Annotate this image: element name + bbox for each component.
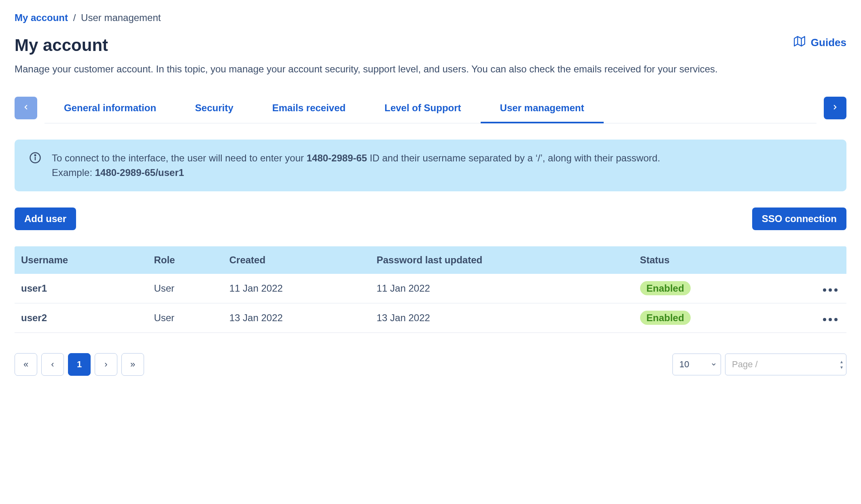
column-header: Password last updated [370,246,634,274]
table-cell: 11 Jan 2022 [370,274,634,303]
add-user-button[interactable]: Add user [15,208,76,230]
tabs-scroll-right-button[interactable] [824,97,846,119]
table-cell: 11 Jan 2022 [223,274,370,303]
table-cell: 13 Jan 2022 [370,303,634,332]
table-cell: 13 Jan 2022 [223,303,370,332]
breadcrumb-separator: / [73,12,76,23]
sso-connection-button[interactable]: SSO connection [752,208,846,230]
column-header: Status [634,246,775,274]
chevron-left-icon [22,103,30,113]
table-cell: User [147,274,223,303]
status-badge: Enabled [640,311,691,325]
svg-marker-0 [794,36,805,46]
pagination-last-button[interactable]: » [121,353,144,376]
tab-security[interactable]: Security [176,97,253,123]
pagination-prev-button[interactable]: ‹ [41,353,64,376]
info-banner: To connect to the interface, the user wi… [15,140,846,191]
breadcrumb: My account / User management [15,12,846,23]
info-icon [29,151,41,180]
info-text: To connect to the interface, the user wi… [52,151,660,180]
pagination: « ‹ 1 › » [15,353,144,376]
pagination-next-button[interactable]: › [95,353,117,376]
page-title: My account [15,36,108,55]
chevron-right-icon [831,103,839,113]
guides-link[interactable]: Guides [794,36,846,50]
stepper-up-icon[interactable]: ▴ [840,359,843,364]
row-menu-button[interactable] [821,316,840,324]
status-badge: Enabled [640,281,691,295]
row-actions-cell [775,303,846,332]
column-header [775,246,846,274]
row-menu-button[interactable] [821,286,840,294]
table-cell: user2 [15,303,147,332]
table-cell: user1 [15,274,147,303]
page-size-select[interactable]: 10 [672,354,721,375]
svg-point-5 [35,155,36,156]
chevron-down-icon [711,359,717,370]
breadcrumb-current: User management [81,12,161,23]
column-header: Username [15,246,147,274]
page-jump-input[interactable]: Page / ▴ ▾ [725,354,846,375]
guides-label: Guides [811,36,846,49]
page-size-value: 10 [679,359,689,370]
table-row: user2User13 Jan 202213 Jan 2022Enabled [15,303,846,332]
page-jump-placeholder: Page / [732,359,758,370]
status-cell: Enabled [634,274,775,303]
page-description: Manage your customer account. In this to… [15,62,735,76]
breadcrumb-root-link[interactable]: My account [15,12,68,23]
tabs-container: General informationSecurityEmails receiv… [45,97,816,123]
tab-general-information[interactable]: General information [45,97,176,123]
pagination-first-button[interactable]: « [15,353,37,376]
column-header: Role [147,246,223,274]
map-icon [794,36,805,50]
tabs-scroll-left-button[interactable] [15,97,37,119]
pagination-page-1-button[interactable]: 1 [68,353,91,376]
page-jump-stepper[interactable]: ▴ ▾ [840,359,843,370]
tab-emails-received[interactable]: Emails received [253,97,365,123]
tab-user-management[interactable]: User management [481,97,604,123]
tab-level-of-support[interactable]: Level of Support [365,97,480,123]
stepper-down-icon[interactable]: ▾ [840,365,843,370]
table-row: user1User11 Jan 202211 Jan 2022Enabled [15,274,846,303]
status-cell: Enabled [634,303,775,332]
table-cell: User [147,303,223,332]
users-table: UsernameRoleCreatedPassword last updated… [15,246,846,333]
row-actions-cell [775,274,846,303]
column-header: Created [223,246,370,274]
